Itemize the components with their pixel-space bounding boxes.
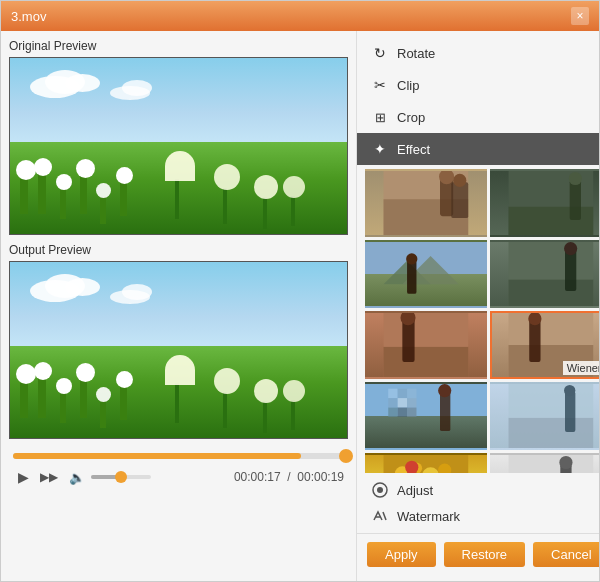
progress-thumb[interactable] [339, 449, 353, 463]
svg-rect-37 [440, 392, 450, 432]
svg-point-18 [564, 242, 577, 255]
effect-label: Effect [397, 142, 430, 157]
svg-point-42 [564, 385, 575, 396]
grass-bg [10, 142, 347, 234]
svg-point-58 [559, 456, 572, 469]
controls-area: ▶ ▶▶ 🔈 00:00:17 / 00:00:19 [9, 447, 348, 491]
effect-menu-item[interactable]: ✦ Effect [357, 133, 599, 165]
svg-rect-8 [569, 180, 580, 220]
original-preview [9, 57, 348, 235]
svg-point-38 [438, 384, 451, 397]
effect-thumb-1[interactable] [365, 169, 487, 237]
svg-point-9 [569, 172, 582, 185]
svg-rect-2 [440, 179, 453, 217]
rotate-label: Rotate [397, 46, 435, 61]
effect-thumb-4[interactable] [490, 240, 599, 308]
cloud-2 [110, 78, 170, 98]
effect-thumb-2[interactable] [490, 169, 599, 237]
svg-rect-54 [508, 455, 593, 473]
rotate-icon: ↻ [371, 44, 389, 62]
progress-fill [13, 453, 301, 459]
svg-rect-32 [398, 398, 407, 407]
svg-rect-35 [398, 408, 407, 417]
volume-icon: 🔈 [69, 470, 85, 485]
svg-rect-41 [565, 392, 575, 432]
svg-rect-13 [407, 261, 416, 294]
effect-thumb-3[interactable] [365, 240, 487, 308]
svg-rect-33 [407, 398, 416, 407]
action-buttons: Apply Restore Cancel [357, 533, 599, 575]
output-preview [9, 261, 348, 439]
watermark-icon [371, 507, 389, 525]
time-display: 00:00:17 / 00:00:19 [234, 470, 344, 484]
effect-thumb-8[interactable] [490, 382, 599, 450]
watermark-item[interactable]: Watermark [371, 503, 599, 529]
svg-rect-25 [529, 320, 540, 362]
svg-rect-36 [407, 408, 416, 417]
output-preview-label: Output Preview [9, 243, 348, 257]
playback-controls: ▶ ▶▶ 🔈 00:00:17 / 00:00:19 [13, 467, 344, 487]
adjust-item[interactable]: Adjust [371, 477, 599, 503]
sky-bg [10, 58, 347, 150]
effect-icon: ✦ [371, 140, 389, 158]
svg-rect-17 [565, 250, 576, 291]
clip-label: Clip [397, 78, 419, 93]
svg-rect-29 [398, 389, 407, 398]
effect-scroll[interactable]: Wiener [357, 165, 599, 473]
cloud-1 [30, 66, 110, 96]
effect-thumb-7[interactable] [365, 382, 487, 450]
adjust-section: Adjust Watermark [357, 473, 599, 533]
svg-rect-40 [508, 418, 593, 448]
cancel-button[interactable]: Cancel [533, 542, 599, 567]
effect-thumb-10[interactable] [490, 453, 599, 473]
svg-rect-31 [388, 398, 397, 407]
clip-icon: ✂ [371, 76, 389, 94]
svg-point-62 [377, 487, 383, 493]
svg-rect-34 [388, 408, 397, 417]
original-preview-label: Original Preview [9, 39, 348, 53]
main-window: 3.mov × Original Preview [0, 0, 600, 582]
progress-track[interactable] [13, 453, 344, 459]
adjust-icon [371, 481, 389, 499]
crop-label: Crop [397, 110, 425, 125]
svg-rect-4 [451, 182, 468, 218]
svg-rect-16 [508, 280, 593, 306]
rotate-menu-item[interactable]: ↻ Rotate [357, 37, 599, 69]
output-sky-bg [10, 262, 347, 354]
output-grass-bg [10, 346, 347, 438]
svg-point-14 [406, 253, 417, 264]
main-content: Original Preview [1, 31, 599, 581]
crop-menu-item[interactable]: ⊞ Crop [357, 101, 599, 133]
clip-menu-item[interactable]: ✂ Clip [357, 69, 599, 101]
effect-grid: Wiener [357, 165, 599, 473]
restore-button[interactable]: Restore [444, 542, 526, 567]
output-cloud-1 [30, 270, 110, 300]
volume-thumb[interactable] [115, 471, 127, 483]
effect-thumb-5[interactable] [365, 311, 487, 379]
svg-line-64 [383, 512, 386, 520]
volume-track[interactable] [91, 475, 151, 479]
close-button[interactable]: × [571, 7, 589, 25]
output-cloud-2 [110, 282, 170, 302]
fast-forward-button[interactable]: ▶▶ [39, 467, 59, 487]
adjust-label: Adjust [397, 483, 433, 498]
effect-thumb-6[interactable]: Wiener [490, 311, 599, 379]
svg-rect-28 [388, 389, 397, 398]
apply-button[interactable]: Apply [367, 542, 436, 567]
left-panel: Original Preview [1, 31, 356, 581]
svg-rect-20 [384, 347, 469, 377]
watermark-label: Watermark [397, 509, 460, 524]
output-video-bg [10, 262, 347, 438]
original-video-bg [10, 58, 347, 234]
right-panel: ↻ Rotate ✂ Clip ⊞ Crop ✦ Effect [356, 31, 599, 581]
effect-thumb-9[interactable] [365, 453, 487, 473]
wiener-label: Wiener [563, 361, 599, 375]
svg-rect-30 [407, 389, 416, 398]
svg-point-5 [453, 174, 466, 187]
title-bar: 3.mov × [1, 1, 599, 31]
crop-icon: ⊞ [371, 108, 389, 126]
play-button[interactable]: ▶ [13, 467, 33, 487]
window-title: 3.mov [11, 9, 46, 24]
right-inner: ↻ Rotate ✂ Clip ⊞ Crop ✦ Effect [357, 37, 599, 575]
